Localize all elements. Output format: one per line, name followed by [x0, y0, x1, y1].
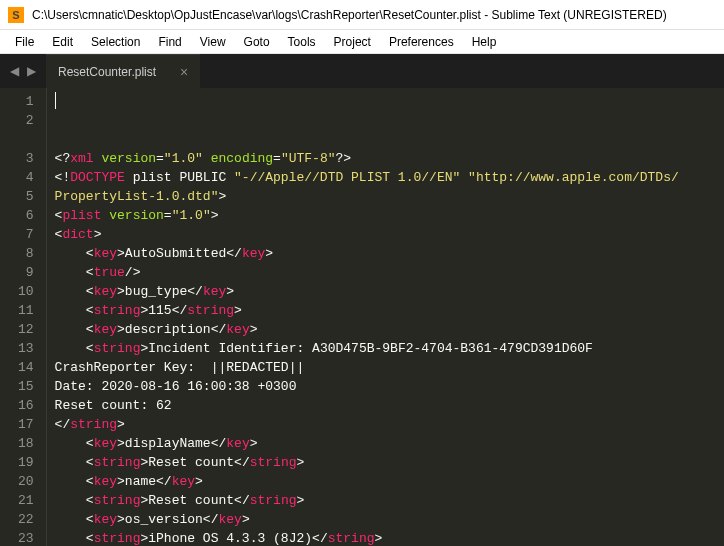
- code-line: <!DOCTYPE plist PUBLIC "-//Apple//DTD PL…: [55, 168, 724, 187]
- menu-view[interactable]: View: [191, 32, 235, 52]
- code-line: <key>name</key>: [55, 472, 724, 491]
- code-line: <string>Incident Identifier: A30D475B-9B…: [55, 339, 724, 358]
- app-logo-icon: S: [8, 7, 24, 23]
- code-line: <string>115</string>: [55, 301, 724, 320]
- line-number: 5: [18, 187, 34, 206]
- code-line: <key>AutoSubmitted</key>: [55, 244, 724, 263]
- line-number: 4: [18, 168, 34, 187]
- line-number: 19: [18, 453, 34, 472]
- line-number: 16: [18, 396, 34, 415]
- menu-help[interactable]: Help: [463, 32, 506, 52]
- code-line: CrashReporter Key: ||REDACTED||: [55, 358, 724, 377]
- caret-icon: [55, 92, 56, 109]
- code-line: <string>Reset count</string>: [55, 453, 724, 472]
- tab-bar: ◀ ▶ ResetCounter.plist ×: [0, 54, 724, 88]
- code-line: <dict>: [55, 225, 724, 244]
- code-line: <string>Reset count</string>: [55, 491, 724, 510]
- code-line: Date: 2020-08-16 16:00:38 +0300: [55, 377, 724, 396]
- line-number: 7: [18, 225, 34, 244]
- code-line: <key>os_version</key>: [55, 510, 724, 529]
- code-line: <key>description</key>: [55, 320, 724, 339]
- title-bar: S C:\Users\cmnatic\Desktop\OpJustEncase\…: [0, 0, 724, 30]
- tab-nav: ◀ ▶: [0, 54, 46, 88]
- code-line: <?xml version="1.0" encoding="UTF-8"?>: [55, 149, 724, 168]
- line-number: 6: [18, 206, 34, 225]
- line-number: 21: [18, 491, 34, 510]
- line-number: 22: [18, 510, 34, 529]
- window-title: C:\Users\cmnatic\Desktop\OpJustEncase\va…: [32, 8, 667, 22]
- close-icon[interactable]: ×: [180, 64, 188, 80]
- line-number: 23: [18, 529, 34, 546]
- tab-label: ResetCounter.plist: [58, 65, 156, 79]
- code-line: Reset count: 62: [55, 396, 724, 415]
- menu-project[interactable]: Project: [325, 32, 380, 52]
- menu-preferences[interactable]: Preferences: [380, 32, 463, 52]
- menu-find[interactable]: Find: [149, 32, 190, 52]
- line-number: 15: [18, 377, 34, 396]
- menu-bar: FileEditSelectionFindViewGotoToolsProjec…: [0, 30, 724, 54]
- line-number: 2: [18, 111, 34, 130]
- line-number: 10: [18, 282, 34, 301]
- line-number: 20: [18, 472, 34, 491]
- code-area[interactable]: <?xml version="1.0" encoding="UTF-8"?><!…: [47, 88, 724, 546]
- line-number: 12: [18, 320, 34, 339]
- menu-tools[interactable]: Tools: [279, 32, 325, 52]
- menu-edit[interactable]: Edit: [43, 32, 82, 52]
- line-number: [18, 130, 34, 149]
- line-number: 8: [18, 244, 34, 263]
- line-number: 18: [18, 434, 34, 453]
- nav-forward-icon[interactable]: ▶: [27, 64, 36, 78]
- menu-selection[interactable]: Selection: [82, 32, 149, 52]
- editor[interactable]: 12 3456789101112131415161718192021222324…: [0, 88, 724, 546]
- line-number: 9: [18, 263, 34, 282]
- code-line: </string>: [55, 415, 724, 434]
- line-number: 13: [18, 339, 34, 358]
- code-line: <key>displayName</key>: [55, 434, 724, 453]
- code-line: <key>bug_type</key>: [55, 282, 724, 301]
- line-number: 14: [18, 358, 34, 377]
- code-line: PropertyList-1.0.dtd">: [55, 187, 724, 206]
- code-line: <true/>: [55, 263, 724, 282]
- line-number: 17: [18, 415, 34, 434]
- code-line: <string>iPhone OS 4.3.3 (8J2)</string>: [55, 529, 724, 546]
- menu-goto[interactable]: Goto: [235, 32, 279, 52]
- line-number: 11: [18, 301, 34, 320]
- nav-back-icon[interactable]: ◀: [10, 64, 19, 78]
- line-number: 3: [18, 149, 34, 168]
- code-line: <plist version="1.0">: [55, 206, 724, 225]
- menu-file[interactable]: File: [6, 32, 43, 52]
- tab-resetcounter[interactable]: ResetCounter.plist ×: [46, 54, 200, 88]
- line-number: 1: [18, 92, 34, 111]
- line-gutter: 12 3456789101112131415161718192021222324…: [0, 88, 47, 546]
